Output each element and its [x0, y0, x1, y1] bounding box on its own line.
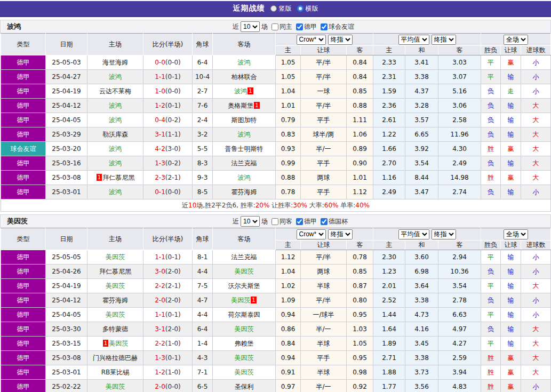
odds-handicap-cell: 半/一	[301, 142, 347, 156]
corner-cell: 6-5	[193, 380, 213, 392]
corner-cell: 2-7	[193, 84, 213, 99]
filter-same-home[interactable]: 同主	[269, 22, 292, 31]
same-away-checkbox[interactable]	[271, 218, 278, 225]
league-cell: 德甲	[1, 365, 46, 380]
away-team-cell: 法兰克福	[213, 156, 276, 171]
handicap-result-cell: 赢	[501, 365, 521, 380]
avg-away-cell: 3.54	[438, 279, 481, 293]
score-cell: 1-1(0-1)	[143, 70, 193, 84]
odds-source-select[interactable]: Crow*	[297, 229, 326, 239]
avg-home-cell: 2.49	[373, 185, 405, 199]
team-name: 霍芬海姆	[102, 297, 128, 304]
radio-horizontal-label: 横版	[306, 4, 318, 13]
avg-source-select[interactable]: 平均值	[398, 35, 429, 45]
odds-handicap-cell: 平手	[301, 156, 347, 171]
filter-league[interactable]: 德甲	[294, 217, 317, 226]
scope-select[interactable]: 全场	[504, 229, 528, 239]
match-row: 德甲25-04-12霍芬海姆2-0(2-0)4-7美因茨11.09平/半0.80…	[1, 293, 551, 308]
odds-index-select[interactable]: 终指	[328, 35, 353, 45]
match-row: 德甲25-04-05波鸿0-4(0-2)2-4斯图加特0.79平手1.112.6…	[1, 113, 551, 127]
avg-source-select[interactable]: 平均值	[398, 229, 429, 239]
avg-home-cell: 2.33	[373, 55, 405, 70]
friendly-checkbox[interactable]	[321, 23, 328, 30]
odds-handicap-cell: 平/半	[301, 250, 347, 265]
avg-draw-cell: 6.98	[405, 265, 438, 279]
games-count-select[interactable]: 10	[241, 216, 260, 227]
match-row: 德甲25-04-27波鸿1-1(0-1)10-4柏林联合1.05平/半0.842…	[1, 70, 551, 84]
full-time-score: 3-0	[155, 268, 165, 275]
filter-friendly[interactable]: 球会友谊	[318, 22, 354, 31]
same-home-checkbox[interactable]	[271, 23, 278, 30]
avg-draw-cell: 8.44	[405, 171, 438, 185]
away-team-cell: 美因茨1	[213, 293, 276, 308]
goals-result-cell: 大	[521, 171, 551, 185]
col-avg-home: 主	[373, 46, 405, 55]
avg-away-cell: 4.83	[438, 380, 481, 392]
avg-home-cell: 2.30	[373, 250, 405, 265]
goals-result-cell: 大	[521, 337, 551, 351]
half-time-score: (3-0)	[165, 145, 181, 153]
corner-cell: 7-1	[193, 365, 213, 380]
half-time-score: (0-2)	[165, 116, 181, 124]
avg-away-cell: 2.94	[438, 250, 481, 265]
away-team-cell: 波鸿1	[213, 84, 276, 99]
layout-horizontal-radio[interactable]: 横版	[297, 4, 318, 13]
filter-cup[interactable]: 德国杯	[318, 217, 348, 226]
results-table: 类型 日期 主场 比分(半场) 角球 客场 Crow*终指 平均值终指 全场	[1, 33, 551, 212]
goals-result-cell: 大	[521, 351, 551, 365]
handicap-result-cell: 输	[501, 99, 521, 113]
scope-select[interactable]: 全场	[504, 35, 528, 45]
odds-handicap-cell: 平手	[301, 113, 347, 127]
team-name: 勒沃库森	[102, 131, 128, 138]
handicap-result-cell: 赢	[501, 380, 521, 392]
date-cell: 25-04-19	[46, 279, 87, 293]
team-name: 法兰克福	[231, 159, 257, 167]
cup-checkbox[interactable]	[321, 218, 328, 225]
summary-part: 30%	[293, 202, 307, 209]
odds-handicap-cell: 半球	[301, 365, 347, 380]
handicap-result-cell: 输	[501, 337, 521, 351]
half-time-score: (0-0)	[165, 87, 181, 95]
avg-away-cell: 4.30	[438, 142, 481, 156]
odds-index-select[interactable]: 终指	[328, 229, 353, 239]
full-time-score: 4-2	[155, 145, 165, 153]
col-handicap-result: 让球	[501, 46, 521, 55]
section-bar: 美因茨 近 10 场 同客 德甲 德国杯	[0, 214, 551, 228]
filter-same-away[interactable]: 同客	[269, 217, 292, 226]
games-count-select[interactable]: 10	[241, 21, 260, 32]
handicap-result-cell: 输	[501, 293, 521, 308]
avg-index-select[interactable]: 终指	[432, 35, 456, 45]
odds-source-select[interactable]: Crow*	[297, 35, 326, 45]
league-checkbox[interactable]	[296, 218, 303, 225]
avg-draw-cell: 3.54	[405, 156, 438, 171]
layout-vertical-radio[interactable]: 竖版	[270, 4, 292, 13]
avg-draw-cell: 3.56	[405, 380, 438, 392]
score-cell: 0-1(0-0)	[143, 185, 193, 199]
friendly-label: 球会友谊	[329, 22, 354, 31]
away-team-cell: 波鸿	[213, 171, 276, 185]
league-cell: 德甲	[1, 337, 46, 351]
result-cell: 负	[481, 113, 501, 127]
date-cell: 25-03-20	[46, 142, 87, 156]
match-row: 德甲25-04-19美因茨2-2(2-1)7-5沃尔夫斯堡1.02半球0.872…	[1, 279, 551, 293]
league-checkbox[interactable]	[296, 23, 303, 30]
team-name: 美因茨	[235, 369, 254, 376]
col-handicap-result: 让球	[501, 241, 521, 250]
col-away: 客场	[213, 34, 276, 55]
odds-handicap-cell: 一/球半	[301, 308, 347, 322]
odds-home-cell: 1.09	[276, 293, 301, 308]
avg-draw-cell: 4.37	[405, 84, 438, 99]
odds-handicap-cell: 一球	[301, 84, 347, 99]
goals-result-cell: 大	[521, 127, 551, 142]
full-time-score: 1-2	[155, 102, 165, 109]
result-cell: 负	[481, 265, 501, 279]
avg-index-select[interactable]: 终指	[432, 229, 456, 239]
handicap-result-cell: 赢	[501, 351, 521, 365]
col-avg-draw: 和	[405, 241, 438, 250]
avg-away-cell: 2.78	[438, 293, 481, 308]
filter-league[interactable]: 德甲	[294, 22, 317, 31]
avg-away-cell: 2.59	[438, 351, 481, 365]
match-row: 德甲25-05-03海登海姆0-0(0-0)6-4波鸿1.05平/半0.842.…	[1, 55, 551, 70]
date-cell: 25-05-05	[46, 250, 87, 265]
odds-home-cell: 0.84	[276, 337, 301, 351]
